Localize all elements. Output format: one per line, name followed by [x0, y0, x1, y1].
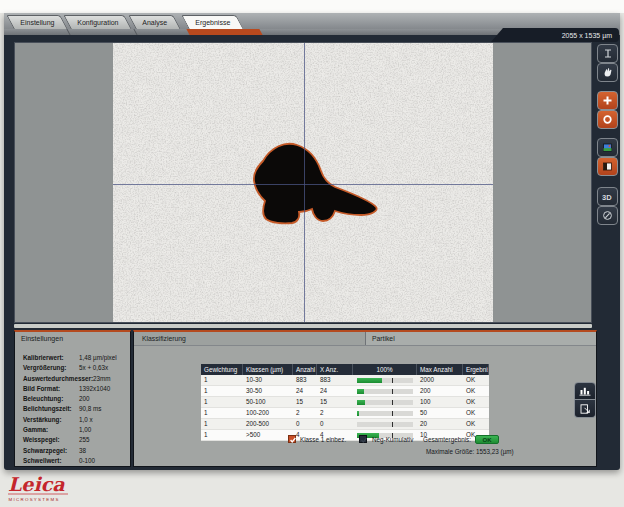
- image-active-tool-button[interactable]: [597, 157, 618, 176]
- histogram-icon: [579, 382, 591, 400]
- tab-partikel[interactable]: Partikel: [365, 332, 596, 345]
- setting-value: 23mm: [93, 374, 111, 384]
- table-row[interactable]: 1100-2002250OK: [201, 408, 489, 419]
- tool-sidebar: 3D: [596, 42, 620, 327]
- table-cell: 30-50: [243, 386, 293, 396]
- max-size-label: Maximale Größe: 1553,23 (µm): [426, 448, 514, 455]
- setting-value: 0-100: [79, 456, 95, 466]
- table-cell-bar: [353, 408, 417, 418]
- table-cell-bar: [353, 375, 417, 385]
- table-cell: 24: [317, 386, 353, 396]
- setting-label: Beleuchtung:: [23, 394, 79, 404]
- edit-annotation-tool-button[interactable]: [597, 206, 618, 225]
- setting-value: 200: [79, 394, 90, 404]
- hand-tool-button[interactable]: [597, 63, 618, 82]
- table-header-cell: 100%: [353, 364, 417, 375]
- usage-bar-threshold-tick: [392, 411, 393, 416]
- caliper-tool-button[interactable]: [597, 44, 618, 63]
- setting-row: Belichtungszeit:90,8 ms: [23, 404, 128, 414]
- table-row[interactable]: 150-1001515100OK: [201, 397, 489, 408]
- setting-label: Belichtungszeit:: [23, 404, 79, 414]
- app-window: EinstellungKonfigurationAnalyseErgebniss…: [4, 13, 620, 470]
- classification-footer: Klasse 1 einbez. Neg-Kumulativ Gesamterg…: [134, 435, 596, 445]
- table-cell-bar: [353, 386, 417, 396]
- setting-row: Verstärkung:1,0 x: [23, 415, 128, 425]
- tab-einstellung[interactable]: Einstellung: [6, 15, 68, 29]
- table-cell: 200-500: [243, 419, 293, 429]
- table-cell-bar: [353, 419, 417, 429]
- table-cell: 2: [293, 408, 317, 418]
- edit-annotation-icon: [602, 210, 613, 221]
- table-cell-bar: [353, 397, 417, 407]
- table-cell-result: OK: [463, 397, 489, 407]
- image-color-icon: [602, 142, 613, 153]
- image-viewport[interactable]: [14, 42, 592, 323]
- klasse1-checkbox[interactable]: [288, 435, 296, 443]
- viewport-bottom-edge: [14, 324, 592, 328]
- hand-icon: [602, 67, 613, 78]
- setting-label: Weisspegel:: [23, 435, 79, 445]
- usage-bar-track: [357, 389, 413, 394]
- usage-bar-track: [357, 422, 413, 427]
- view-3d-icon: 3D: [601, 191, 614, 202]
- setting-label: Verstärkung:: [23, 415, 79, 425]
- tab-bar: EinstellungKonfigurationAnalyseErgebniss…: [10, 16, 243, 29]
- setting-value: 38: [79, 446, 86, 456]
- table-header-cell: Max Anzahl: [417, 364, 463, 375]
- image-color-tool-button[interactable]: [597, 138, 618, 157]
- microscope-image[interactable]: [113, 43, 493, 322]
- histogram-button[interactable]: [574, 382, 596, 400]
- table-header-cell: Ergebnis: [463, 364, 489, 375]
- table-cell: 24: [293, 386, 317, 396]
- tab-analyse[interactable]: Analyse: [128, 15, 180, 29]
- image-active-icon: [602, 161, 613, 172]
- usage-bar-threshold-tick: [392, 400, 393, 405]
- usage-bar-fill: [357, 389, 364, 394]
- table-row[interactable]: 110-308838832000OK: [201, 375, 489, 386]
- table-header-cell: Anzahl: [293, 364, 317, 375]
- microscope-image-canvas: [113, 43, 493, 322]
- usage-bar-track: [357, 378, 413, 383]
- setting-row: Gamma:1,00: [23, 425, 128, 435]
- table-header-cell: Gewichtung: [201, 364, 243, 375]
- leica-logo-sub: MICROSYSTEMS: [9, 497, 60, 502]
- setting-row: Beleuchtung:200: [23, 394, 128, 404]
- table-header-row: GewichtungKlassen (µm)AnzahlX Anz.100%Ma…: [201, 364, 489, 375]
- settings-list: Kalibrierwert:1,48 µm/pixelVergrößerung:…: [23, 353, 128, 466]
- table-cell: 50-100: [243, 397, 293, 407]
- usage-bar-fill: [357, 378, 382, 383]
- setting-value: 1392x1040: [79, 384, 110, 394]
- tab-ergebnisse[interactable]: Ergebnisse: [182, 15, 244, 29]
- table-body: 110-308838832000OK130-502424200OK150-100…: [201, 375, 489, 441]
- table-row[interactable]: 1200-5000020OK: [201, 419, 489, 430]
- tab-konfiguration[interactable]: Konfiguration: [64, 15, 133, 29]
- setting-label: Bild Format:: [23, 384, 79, 394]
- export-report-button[interactable]: [574, 400, 596, 418]
- gesamtergebnis-label: Gesamtergebnis:: [423, 436, 471, 443]
- svg-text:3D: 3D: [602, 193, 612, 202]
- active-tab-marker: [186, 29, 262, 35]
- table-cell: 100: [417, 397, 463, 407]
- tab-klassifizierung[interactable]: Klassifizierung: [134, 332, 364, 345]
- neg-kumulativ-checkbox[interactable]: [359, 435, 367, 443]
- setting-label: Schwarzpegel:: [23, 446, 79, 456]
- tab-label: Ergebnisse: [196, 19, 231, 26]
- table-cell: 883: [293, 375, 317, 385]
- setting-label: Vergrößerung:: [23, 363, 79, 373]
- circle-roi-tool-button[interactable]: [597, 110, 618, 129]
- table-row[interactable]: 130-502424200OK: [201, 386, 489, 397]
- setting-value: 90,8 ms: [79, 404, 101, 414]
- table-cell-result: OK: [463, 419, 489, 429]
- usage-bar-track: [357, 411, 413, 416]
- usage-bar-threshold-tick: [392, 422, 393, 427]
- table-cell: 15: [293, 397, 317, 407]
- table-header-cell: X Anz.: [317, 364, 353, 375]
- view-3d-tool-button[interactable]: 3D: [597, 187, 618, 206]
- table-cell: 200: [417, 386, 463, 396]
- table-header-cell: Klassen (µm): [243, 364, 293, 375]
- export-report-icon: [579, 400, 591, 418]
- usage-bar-fill: [357, 400, 365, 405]
- table-side-tools: [574, 382, 596, 418]
- table-cell: 0: [317, 419, 353, 429]
- crosshair-add-tool-button[interactable]: [597, 91, 618, 110]
